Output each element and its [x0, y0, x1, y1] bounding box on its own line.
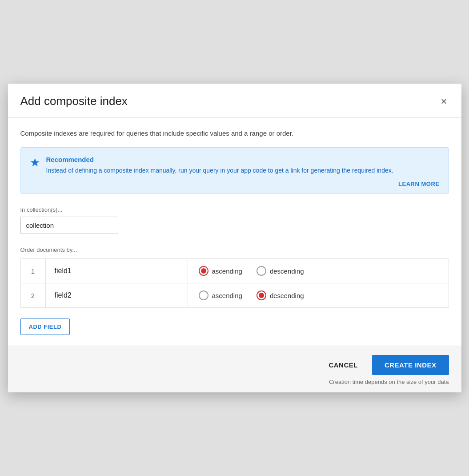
cancel-button[interactable]: CANCEL — [318, 356, 369, 374]
field-row-2: 2 field2 ascending — [20, 283, 449, 308]
footer-note: Creation time depends on the size of you… — [20, 379, 449, 385]
recommendation-inner: ★ Recommended Instead of defining a comp… — [30, 156, 440, 175]
field1-descending-option[interactable]: descending — [257, 266, 304, 276]
ascending-label-1: ascending — [212, 267, 242, 275]
recommendation-title: Recommended — [46, 156, 440, 163]
field-row-1: 1 field1 ascending — [20, 259, 449, 283]
field-name-2: field2 — [45, 283, 188, 308]
field1-ascending-inner — [201, 268, 206, 274]
description-text: Composite indexes are required for queri… — [20, 129, 449, 139]
field2-descending-radio[interactable] — [257, 290, 266, 300]
field2-descending-option[interactable]: descending — [257, 290, 304, 300]
field-num-2: 2 — [20, 283, 45, 308]
field1-ascending-option[interactable]: ascending — [199, 266, 242, 276]
learn-more-link[interactable]: LEARN MORE — [30, 181, 440, 187]
field2-descending-inner — [259, 293, 264, 298]
field1-ascending-radio[interactable] — [199, 266, 208, 276]
dialog-body: Composite indexes are required for queri… — [8, 118, 461, 346]
field2-ascending-option[interactable]: ascending — [199, 290, 242, 300]
order-label: Order documents by... — [20, 246, 449, 253]
ascending-label-2: ascending — [212, 292, 242, 299]
field-order-2: ascending descending — [188, 283, 449, 308]
fields-table: 1 field1 ascending — [20, 258, 449, 308]
create-index-button[interactable]: CREATE INDEX — [372, 355, 449, 375]
recommendation-box: ★ Recommended Instead of defining a comp… — [20, 147, 449, 194]
field-name-1: field1 — [45, 259, 188, 283]
field2-ascending-radio[interactable] — [199, 290, 208, 300]
dialog-title: Add composite index — [20, 94, 128, 108]
field1-descending-radio[interactable] — [257, 266, 266, 276]
field-order-1: ascending descending — [188, 259, 449, 283]
footer-actions: CANCEL CREATE INDEX — [20, 355, 449, 375]
add-field-button[interactable]: ADD FIELD — [20, 319, 70, 335]
close-button[interactable]: × — [439, 94, 449, 109]
descending-label-1: descending — [270, 267, 304, 275]
dialog-header: Add composite index × — [8, 84, 461, 118]
collection-label: In collection(s)... — [20, 206, 449, 213]
descending-label-2: descending — [270, 292, 304, 299]
dialog-footer: CANCEL CREATE INDEX Creation time depend… — [8, 346, 461, 392]
close-icon: × — [441, 96, 447, 107]
collection-input[interactable] — [20, 217, 118, 234]
star-icon: ★ — [30, 157, 40, 168]
recommendation-text: Recommended Instead of defining a compos… — [46, 156, 440, 175]
add-composite-index-dialog: Add composite index × Composite indexes … — [8, 84, 461, 393]
recommendation-body: Instead of defining a composite index ma… — [46, 166, 440, 175]
field-num-1: 1 — [20, 259, 45, 283]
